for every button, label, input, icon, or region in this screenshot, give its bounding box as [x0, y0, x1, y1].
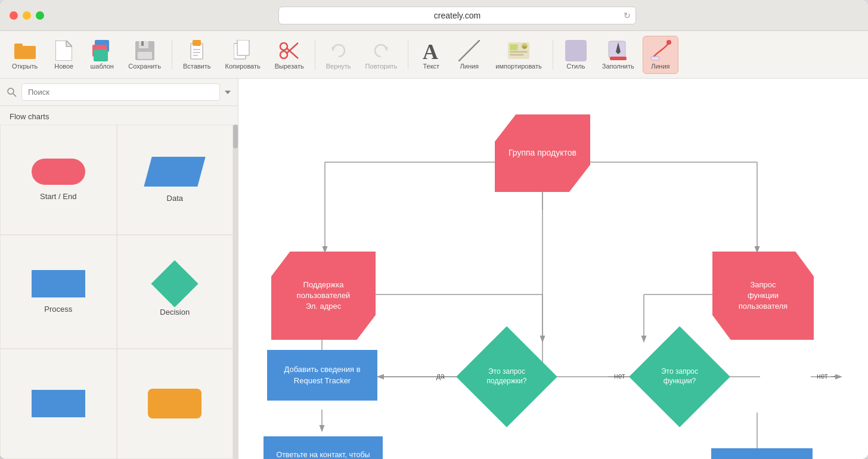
svg-line-25	[458, 40, 480, 61]
redo-label: Повторить	[365, 63, 398, 70]
open-tool[interactable]: Открыть	[6, 36, 44, 73]
redo-icon	[370, 40, 392, 61]
close-button[interactable]	[10, 11, 18, 20]
undo-icon	[328, 40, 349, 61]
maximize-button[interactable]	[36, 11, 44, 20]
line-tool[interactable]: Линия	[451, 36, 487, 73]
svg-rect-34	[610, 57, 627, 60]
refresh-icon[interactable]: ↻	[624, 11, 631, 20]
collapse-icon[interactable]	[225, 89, 231, 95]
shape-data[interactable]: Data	[117, 125, 234, 235]
toolbar: Открыть Новое шаблон	[0, 31, 868, 79]
sidebar: Flow charts Start / End Data	[0, 79, 238, 459]
redo-tool[interactable]: Повторить	[359, 36, 404, 73]
text-label: Текст	[423, 63, 439, 70]
template-icon	[91, 40, 113, 61]
node-support-decision[interactable]	[456, 326, 557, 427]
node-evaluate[interactable]: Оцените, включена	[711, 448, 813, 459]
node-support[interactable]: ПоддержкапользователейЭл. адрес	[271, 252, 376, 340]
folder-icon	[14, 40, 36, 61]
main-area: Flow charts Start / End Data	[0, 79, 868, 459]
fill-label: Заполнить	[602, 63, 634, 70]
fill-icon	[607, 40, 629, 61]
divider2	[315, 40, 315, 70]
node-group-products[interactable]: Группа продуктов	[495, 114, 590, 192]
node-add-tracker[interactable]: Добавить сведения вRequest Tracker	[267, 350, 377, 401]
import-label: импортировать	[495, 63, 541, 70]
undo-label: Вернуть	[326, 63, 351, 70]
label-da1: да	[436, 372, 445, 380]
style-tool[interactable]: Стиль	[558, 36, 594, 73]
label-net1: нет	[614, 372, 625, 380]
undo-tool[interactable]: Вернуть	[320, 36, 357, 73]
svg-line-20	[286, 43, 298, 54]
svg-rect-6	[94, 49, 108, 61]
style-label: Стиль	[566, 63, 585, 70]
new-tool[interactable]: Новое	[46, 36, 82, 73]
search-bar	[0, 79, 238, 106]
group-products-text: Группа продуктов	[509, 147, 576, 159]
shape-extra[interactable]	[117, 349, 234, 459]
contact-response-text: Ответьте на контакт, чтобыуведомить конт…	[276, 450, 370, 460]
address-text: creately.com	[434, 11, 480, 20]
search-input[interactable]	[21, 83, 220, 101]
svg-rect-27	[510, 44, 517, 50]
new-file-icon	[53, 40, 75, 61]
decision-label: Decision	[160, 308, 190, 317]
svg-rect-1	[14, 44, 23, 48]
copy-label: Копировать	[225, 63, 261, 70]
process-label: Process	[44, 305, 72, 314]
svg-line-21	[286, 48, 298, 58]
line-tool-active[interactable]: Линия	[643, 36, 678, 74]
start-end-label: Start / End	[40, 192, 76, 201]
nет-right-label: нет →	[817, 372, 837, 380]
cut-tool[interactable]: Вырезать	[269, 36, 310, 73]
svg-rect-9	[141, 41, 144, 46]
data-label: Data	[167, 194, 183, 203]
scrollbar-track[interactable]	[233, 125, 238, 459]
minimize-button[interactable]	[23, 11, 31, 20]
fill-tool[interactable]: Заполнить	[596, 36, 640, 73]
decision-shape	[151, 260, 199, 307]
save-tool[interactable]: Сохранить	[122, 36, 167, 73]
svg-rect-32	[565, 40, 587, 61]
divider1	[172, 40, 172, 70]
node-feature-decision[interactable]	[629, 326, 730, 427]
import-tool[interactable]: импортировать	[489, 36, 547, 73]
scissors-icon	[278, 40, 300, 61]
address-bar[interactable]: creately.com ↻	[278, 7, 636, 24]
shape-process[interactable]: Process	[0, 235, 117, 348]
svg-point-37	[8, 88, 14, 94]
text-tool[interactable]: A Текст	[413, 36, 449, 73]
node-feature-request[interactable]: Запросфункциипользователя	[712, 252, 814, 340]
save-icon	[134, 40, 156, 61]
scrollbar-thumb[interactable]	[233, 125, 238, 148]
shape-start-end[interactable]: Start / End	[0, 125, 117, 235]
canvas[interactable]: Группа продуктов ПоддержкапользователейЭ…	[238, 79, 868, 459]
template-label: шаблон	[90, 63, 113, 70]
svg-marker-3	[66, 41, 72, 46]
svg-point-35	[666, 40, 671, 45]
process2-shape	[32, 390, 85, 417]
svg-rect-17	[237, 40, 249, 55]
shape-process2[interactable]	[0, 349, 117, 459]
svg-marker-39	[225, 91, 231, 94]
feature-request-text: Запросфункциипользователя	[739, 280, 788, 312]
paste-label: Вставить	[183, 63, 211, 70]
titlebar: creately.com ↻	[0, 0, 868, 31]
app-window: creately.com ↻ Открыть Новое	[0, 0, 868, 459]
copy-tool[interactable]: Копировать	[219, 36, 266, 73]
import-icon	[508, 40, 529, 61]
svg-rect-10	[138, 52, 152, 59]
svg-rect-36	[651, 57, 659, 60]
shape-decision[interactable]: Decision	[117, 235, 234, 348]
style-icon	[565, 40, 587, 61]
copy-icon	[232, 40, 253, 61]
divider4	[553, 40, 553, 70]
new-label: Новое	[54, 63, 73, 70]
node-contact-response[interactable]: Ответьте на контакт, чтобыуведомить конт…	[264, 436, 383, 459]
process-shape	[32, 270, 85, 297]
template-tool[interactable]: шаблон	[84, 36, 120, 73]
traffic-lights	[10, 11, 44, 20]
paste-tool[interactable]: Вставить	[177, 36, 217, 73]
